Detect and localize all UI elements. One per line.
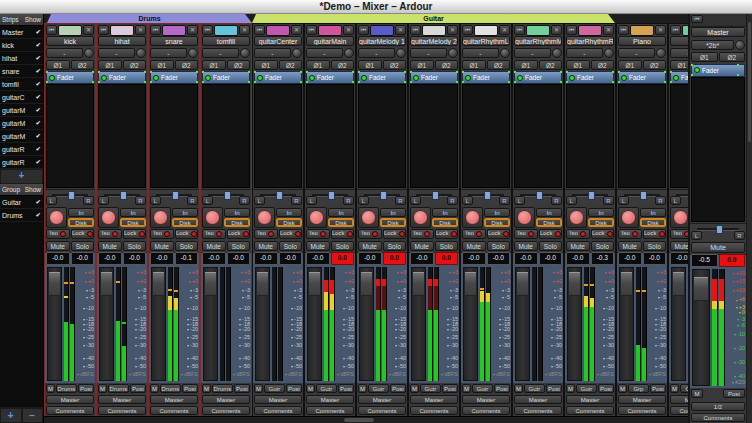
processor-active-led[interactable] [673, 75, 679, 81]
pan-thumb[interactable] [276, 191, 283, 200]
processor-active-led[interactable] [361, 75, 367, 81]
gain-fader[interactable] [359, 267, 374, 381]
phase-2-button[interactable]: Ø2 [435, 60, 459, 70]
mute-button[interactable]: Mute [202, 241, 226, 251]
hide-strip-button[interactable]: ✕ [603, 25, 614, 35]
narrow-strip-button[interactable]: ⏮ [691, 15, 703, 23]
gain-fader[interactable] [307, 267, 322, 381]
input-button[interactable]: - [254, 48, 291, 58]
narrow-strip-button[interactable]: ⏮ [254, 25, 265, 35]
phase-2-button[interactable]: Ø2 [591, 60, 615, 70]
track-color-chip[interactable] [214, 25, 238, 36]
gain-display[interactable]: -0.0 [202, 252, 226, 265]
master-gain-fader[interactable] [692, 269, 710, 386]
mute-button[interactable]: Mute [254, 241, 278, 251]
pan-right-button[interactable]: R [239, 196, 250, 205]
processor-box[interactable] [462, 84, 510, 188]
solo-lock-button[interactable]: Lock [279, 229, 303, 239]
pan-control[interactable]: LR [149, 189, 199, 207]
track-name-button[interactable]: st [670, 36, 688, 46]
peak-display[interactable]: -0.3 [591, 252, 615, 265]
pan-thumb[interactable] [432, 191, 439, 200]
meter-point-button[interactable]: Post [546, 384, 562, 393]
hide-strip-button[interactable]: ✕ [447, 25, 458, 35]
monitor-input-button[interactable]: In [380, 208, 406, 217]
pan-thumb[interactable] [536, 191, 543, 200]
meter-point-button[interactable]: Post [286, 384, 302, 393]
automation-mode-button[interactable]: M [514, 384, 523, 393]
solo-isolate-button[interactable]: Iso [254, 229, 278, 239]
gain-fader-handle[interactable] [465, 272, 476, 296]
solo-isolate-button[interactable]: Iso [202, 229, 226, 239]
gain-fader-handle[interactable] [101, 272, 112, 296]
gain-fader[interactable] [99, 267, 114, 381]
input-button[interactable]: - [618, 48, 655, 58]
track-color-chip[interactable] [474, 25, 498, 36]
pan-thumb[interactable] [68, 191, 75, 200]
add-group-button[interactable]: + [0, 408, 22, 423]
strip-visible-checkbox[interactable]: ✔ [36, 158, 41, 166]
solo-isolate-button[interactable]: Iso [514, 229, 538, 239]
fader-processor-entry[interactable]: Fader [150, 71, 198, 84]
automation-mode-button[interactable]: M [618, 384, 627, 393]
solo-button[interactable]: Solo [331, 241, 355, 251]
pan-control[interactable]: LR [669, 189, 688, 207]
input-button[interactable]: - [358, 48, 395, 58]
strip-visible-checkbox[interactable]: ✔ [36, 67, 41, 75]
input-button[interactable]: - [670, 48, 688, 58]
monitor-disk-button[interactable]: Disk [484, 218, 510, 227]
horizontal-scrollbar-thumb[interactable] [344, 418, 374, 422]
comments-button[interactable]: Comments [46, 406, 94, 415]
input-button[interactable]: - [566, 48, 603, 58]
comments-button[interactable]: Comments [410, 406, 458, 415]
input-button[interactable]: - [410, 48, 447, 58]
trim-knob[interactable] [500, 48, 510, 58]
monitor-input-button[interactable]: In [120, 208, 146, 217]
route-group-button[interactable]: Drums [160, 384, 181, 393]
comments-button[interactable]: Comments [462, 406, 510, 415]
track-name-button[interactable]: Piano [618, 36, 666, 46]
automation-mode-button[interactable]: M [150, 384, 159, 393]
pan-control[interactable]: LR [617, 189, 667, 207]
pan-left-button[interactable]: L [358, 196, 369, 205]
gain-fader[interactable] [203, 267, 218, 381]
track-name-button[interactable]: guitarMelody 2 [410, 36, 458, 46]
monitor-input-button[interactable]: In [588, 208, 614, 217]
fader-processor-entry[interactable]: Fader [670, 71, 688, 84]
phase-1-button[interactable]: Ø1 [410, 60, 434, 70]
phase-1-button[interactable]: Ø1 [691, 52, 718, 62]
solo-lock-button[interactable]: Lock [643, 229, 667, 239]
monitor-disk-button[interactable]: Disk [224, 218, 250, 227]
pan-left-button[interactable]: L [98, 196, 109, 205]
peak-display[interactable]: -0.1 [175, 252, 199, 265]
phase-1-button[interactable]: Ø1 [618, 60, 642, 70]
processor-active-led[interactable] [517, 75, 523, 81]
mute-button[interactable]: Mute [98, 241, 122, 251]
processor-active-led[interactable] [153, 75, 159, 81]
automation-mode-button[interactable]: M [462, 384, 471, 393]
gain-display[interactable]: -0.0 [618, 252, 642, 265]
gain-fader[interactable] [567, 267, 582, 381]
solo-isolate-button[interactable]: Iso [46, 229, 70, 239]
peak-display[interactable]: 0.0 [331, 252, 355, 265]
trim-knob[interactable] [188, 48, 198, 58]
route-group-button[interactable]: Gutr [420, 384, 441, 393]
master-output-button[interactable]: *2b* [691, 40, 734, 50]
pan-left-button[interactable]: L [691, 231, 702, 240]
monitor-disk-button[interactable]: Disk [432, 218, 458, 227]
solo-isolate-button[interactable]: Iso [150, 229, 174, 239]
track-name-button[interactable]: snare [150, 36, 198, 46]
record-arm-button[interactable] [254, 207, 275, 228]
peak-display[interactable]: -0.0 [539, 252, 563, 265]
monitor-input-button[interactable]: In [328, 208, 354, 217]
pan-control[interactable]: LR [97, 189, 147, 207]
route-group-button[interactable]: Drums [108, 384, 129, 393]
group-tab-drums[interactable]: Drums [47, 14, 252, 23]
monitor-disk-button[interactable]: Disk [380, 218, 406, 227]
fader-processor-entry[interactable]: Fader [410, 71, 458, 84]
fader-processor-entry[interactable]: Fader [691, 64, 745, 77]
horizontal-scrollbar[interactable] [44, 416, 688, 423]
pan-thumb[interactable] [120, 191, 127, 200]
record-arm-button[interactable] [566, 207, 587, 228]
gain-display[interactable]: -0.0 [254, 252, 278, 265]
